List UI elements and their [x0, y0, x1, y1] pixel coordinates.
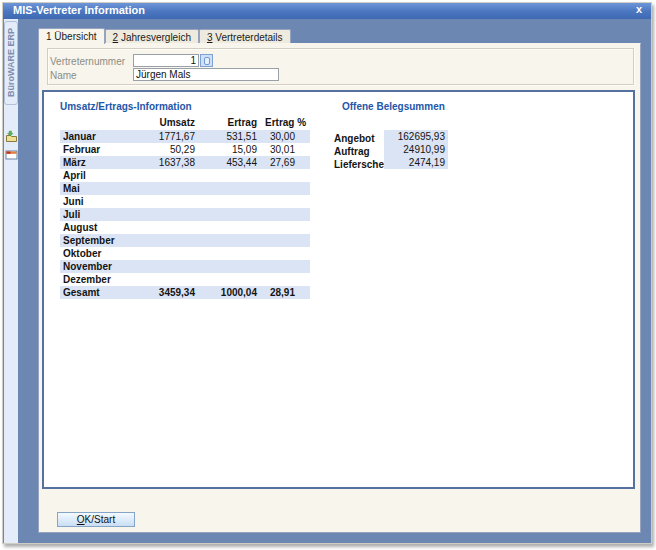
beleg-value: 24910,99 — [384, 143, 448, 156]
table-row: Juni — [60, 195, 310, 208]
col-header-umsatz: Umsatz — [155, 116, 207, 130]
beleg-value: 2474,19 — [384, 156, 448, 169]
application-window: MIS-Vertreter Information x BüroWARE ERP — [2, 2, 652, 544]
col-header-ertrag: Ertrag — [207, 116, 265, 130]
table-row: Februar 50,29 15,09 30,01 — [60, 143, 310, 156]
table-row: April — [60, 169, 310, 182]
table-row: Januar 1771,67 531,51 30,00 — [60, 130, 310, 143]
sidebar-brand-tab[interactable]: BüroWARE ERP — [4, 21, 18, 105]
name-label: Name — [50, 70, 77, 81]
table-total-row: Gesamt 3459,34 1000,04 28,91 — [60, 286, 310, 299]
title-bar[interactable]: MIS-Vertreter Information x — [3, 3, 651, 19]
ok-start-button[interactable]: OK/Start — [57, 512, 135, 527]
close-icon[interactable]: x — [636, 3, 642, 15]
tab-label: Übersicht — [52, 31, 97, 42]
table-row: September — [60, 234, 310, 247]
table-row: August — [60, 221, 310, 234]
col-header-ertrag-pct: Ertrag % — [265, 116, 310, 130]
name-input[interactable] — [133, 68, 279, 81]
list-item: Angebot 162695,93 — [334, 130, 464, 143]
tab-jahresvergleich[interactable]: 2 Jahresvergleich — [105, 29, 199, 44]
form-window-icon[interactable] — [5, 147, 18, 160]
content-panel: Umsatz/Ertrags-Information Umsatz Ertrag… — [42, 90, 635, 489]
tab-page-uebersicht: Vertreternummer Name Umsatz/Ertrags-Info… — [38, 43, 641, 533]
umsatz-section-title: Umsatz/Ertrags-Information — [60, 101, 192, 112]
tab-label: Jahresvergleich — [118, 32, 191, 43]
table-row: Juli — [60, 208, 310, 221]
list-item: Lieferschein 2474,19 — [334, 156, 464, 169]
beleg-section-title: Offene Belegsummen — [342, 101, 445, 112]
list-item: Auftrag 24910,99 — [334, 143, 464, 156]
beleg-value: 162695,93 — [384, 130, 448, 143]
table-row: Dezember — [60, 273, 310, 286]
lookup-icon — [204, 57, 210, 65]
table-row: November — [60, 260, 310, 273]
table-row: März 1637,38 453,44 27,69 — [60, 156, 310, 169]
window-title: MIS-Vertreter Information — [13, 4, 145, 16]
folder-import-icon[interactable] — [5, 129, 18, 142]
brand-label: BüroWARE ERP — [6, 28, 16, 97]
window-body: BüroWARE ERP 1 Übersicht 2 — [3, 19, 651, 543]
umsatz-table: Umsatz Ertrag Ertrag % Januar 1771,67 53… — [60, 116, 310, 299]
table-header-row: Umsatz Ertrag Ertrag % — [60, 116, 310, 130]
table-row: Mai — [60, 182, 310, 195]
tab-vertreterdetails[interactable]: 3 Vertreterdetails — [199, 29, 291, 44]
vertreternummer-input[interactable] — [133, 54, 199, 67]
tab-bar: 1 Übersicht 2 Jahresvergleich 3 Vertrete… — [38, 28, 291, 43]
beleg-table: Angebot 162695,93 Auftrag 24910,99 Liefe… — [334, 130, 464, 169]
table-row: Oktober — [60, 247, 310, 260]
vertreternummer-label: Vertreternummer — [50, 56, 125, 67]
lookup-button[interactable] — [200, 54, 213, 67]
tab-uebersicht[interactable]: 1 Übersicht — [38, 28, 105, 44]
sidebar-strip: BüroWARE ERP — [4, 19, 18, 543]
tab-label: Vertreterdetails — [213, 32, 283, 43]
